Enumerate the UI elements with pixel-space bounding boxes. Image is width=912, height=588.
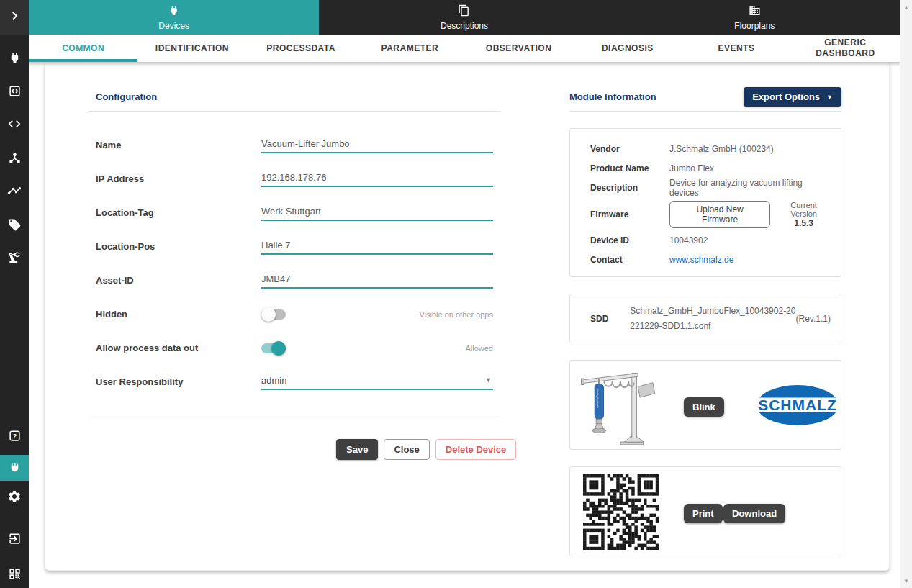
location-tag-input[interactable] bbox=[261, 204, 493, 221]
firmware-version: Current Version 1.5.3 bbox=[777, 201, 831, 228]
tab-events[interactable]: EVENTS bbox=[682, 35, 791, 62]
current-version-label: Current Version bbox=[777, 201, 831, 218]
code-icon bbox=[7, 117, 22, 131]
delete-device-button[interactable]: Delete Device bbox=[435, 439, 517, 460]
configuration-title: Configuration bbox=[96, 91, 157, 102]
tab-identification[interactable]: IDENTIFICATION bbox=[137, 35, 246, 62]
device-detail-panel: Configuration Name IP Address Location-T… bbox=[45, 62, 890, 571]
sidebar-item-tags[interactable] bbox=[0, 212, 29, 238]
ip-address-label: IP Address bbox=[96, 173, 261, 184]
close-button[interactable]: Close bbox=[384, 439, 429, 460]
sidebar-item-devices[interactable] bbox=[0, 45, 29, 71]
scroll-up-arrow-icon[interactable]: ▲ bbox=[900, 1, 912, 13]
module-info-card: Vendor J.Schmalz GmbH (100234) Product N… bbox=[569, 128, 841, 277]
download-button[interactable]: Download bbox=[723, 504, 785, 523]
caret-down-icon: ▼ bbox=[826, 94, 833, 101]
top-navigation: Devices Descriptions Floorplans bbox=[29, 0, 900, 35]
hidden-hint: Visible on other apps bbox=[419, 310, 493, 319]
sidebar: ? bbox=[0, 0, 29, 588]
sidebar-item-help[interactable]: ? bbox=[0, 422, 29, 448]
sidebar-item-analytics[interactable] bbox=[0, 178, 29, 204]
tab-processdata[interactable]: PROCESSDATA bbox=[247, 35, 356, 62]
form-row-user-responsibility: User Responsibility admin ▼ bbox=[96, 365, 500, 399]
export-options-label: Export Options bbox=[752, 91, 820, 102]
device-id-value: 10043902 bbox=[669, 235, 831, 245]
tab-parameter[interactable]: PARAMETER bbox=[356, 35, 464, 62]
nav-tab-label: Devices bbox=[158, 21, 189, 31]
divider bbox=[89, 420, 500, 420]
building-icon bbox=[749, 4, 761, 19]
divider bbox=[569, 111, 841, 112]
allow-process-data-out-toggle[interactable] bbox=[261, 341, 286, 356]
caret-down-icon: ▼ bbox=[485, 376, 492, 384]
firmware-label: Firmware bbox=[590, 209, 669, 220]
divider bbox=[89, 111, 500, 112]
tab-diagnosis[interactable]: DIAGNOSIS bbox=[573, 35, 682, 62]
contact-link[interactable]: www.schmalz.de bbox=[669, 255, 831, 265]
product-name-value: Jumbo Flex bbox=[669, 163, 831, 173]
nav-tab-descriptions[interactable]: Descriptions bbox=[319, 0, 609, 35]
vacuum-lifter-image bbox=[576, 363, 684, 448]
print-button[interactable]: Print bbox=[684, 504, 723, 523]
tab-common[interactable]: COMMON bbox=[29, 35, 137, 62]
sidebar-item-gateway[interactable] bbox=[0, 78, 29, 104]
tabbar-shadow bbox=[29, 62, 900, 67]
nav-tab-devices[interactable]: Devices bbox=[29, 0, 319, 35]
device-image-card: Blink SCHMALZ bbox=[569, 360, 841, 450]
plug-icon bbox=[8, 51, 22, 65]
form-row-asset-id: Asset-ID bbox=[96, 263, 500, 297]
user-responsibility-value: admin bbox=[261, 375, 286, 386]
sidebar-item-settings[interactable] bbox=[0, 484, 29, 510]
user-responsibility-select[interactable]: admin ▼ bbox=[261, 374, 493, 390]
blink-button[interactable]: Blink bbox=[684, 397, 724, 417]
form-actions: Save Close Delete Device bbox=[336, 439, 516, 460]
upload-new-firmware-button[interactable]: Upload New Firmware bbox=[669, 201, 770, 228]
settings-icon bbox=[7, 489, 22, 504]
device-hub-icon bbox=[8, 151, 22, 165]
product-name-label: Product Name bbox=[590, 163, 669, 173]
description-label: Description bbox=[590, 183, 669, 193]
svg-text:?: ? bbox=[12, 432, 17, 440]
tab-observation[interactable]: OBSERVATION bbox=[464, 35, 573, 62]
description-value: Device for analyzing vacuum lifting devi… bbox=[669, 178, 831, 198]
sidebar-item-qr[interactable] bbox=[0, 561, 29, 587]
sub-tab-bar: COMMON IDENTIFICATION PROCESSDATA PARAME… bbox=[29, 35, 900, 62]
robot-arm-icon bbox=[7, 250, 22, 265]
ip-address-input[interactable] bbox=[261, 171, 493, 187]
form-row-allow-pdo: Allow process data out Allowed bbox=[96, 331, 500, 365]
allow-process-data-out-label: Allow process data out bbox=[96, 343, 261, 353]
location-pos-input[interactable] bbox=[261, 238, 493, 255]
form-row-hidden: Hidden Visible on other apps bbox=[96, 297, 500, 331]
sdd-label: SDD bbox=[590, 314, 608, 324]
chevron-right-icon bbox=[8, 9, 21, 25]
tab-generic-dashboard[interactable]: GENERIC DASHBOARD bbox=[791, 35, 900, 62]
location-tag-label: Location-Tag bbox=[96, 207, 261, 218]
hidden-toggle[interactable] bbox=[261, 307, 286, 322]
nav-tab-floorplans[interactable]: Floorplans bbox=[610, 0, 900, 35]
sdd-revision: (Rev.1.1) bbox=[796, 314, 831, 324]
form-row-location-tag: Location-Tag bbox=[96, 196, 500, 230]
sidebar-item-machines[interactable] bbox=[0, 245, 29, 271]
user-responsibility-label: User Responsibility bbox=[96, 376, 261, 387]
sidebar-item-device-detail[interactable] bbox=[0, 455, 29, 481]
logout-icon bbox=[8, 532, 22, 546]
sidebar-item-code[interactable] bbox=[0, 111, 29, 137]
contact-row: Contact www.schmalz.de bbox=[590, 250, 831, 269]
save-button[interactable]: Save bbox=[336, 439, 378, 460]
qr-card: Print Download bbox=[569, 466, 841, 556]
name-input[interactable] bbox=[261, 137, 493, 153]
sidebar-item-topology[interactable] bbox=[0, 145, 29, 171]
current-version-value: 1.5.3 bbox=[777, 218, 831, 228]
sidebar-item-logout[interactable] bbox=[0, 525, 29, 551]
module-information-header: Module Information Export Options ▼ bbox=[569, 87, 841, 107]
vertical-scrollbar[interactable]: ▲ ▼ bbox=[900, 0, 912, 588]
scroll-down-arrow-icon[interactable]: ▼ bbox=[900, 575, 912, 587]
help-icon: ? bbox=[8, 429, 22, 443]
allow-process-data-out-hint: Allowed bbox=[465, 344, 493, 353]
asset-id-input[interactable] bbox=[261, 272, 493, 289]
sidebar-expand-button[interactable] bbox=[0, 0, 29, 35]
nav-tab-label: Descriptions bbox=[441, 21, 488, 31]
module-information-title: Module Information bbox=[569, 91, 656, 102]
gateway-icon bbox=[8, 84, 22, 98]
export-options-button[interactable]: Export Options ▼ bbox=[744, 87, 841, 107]
